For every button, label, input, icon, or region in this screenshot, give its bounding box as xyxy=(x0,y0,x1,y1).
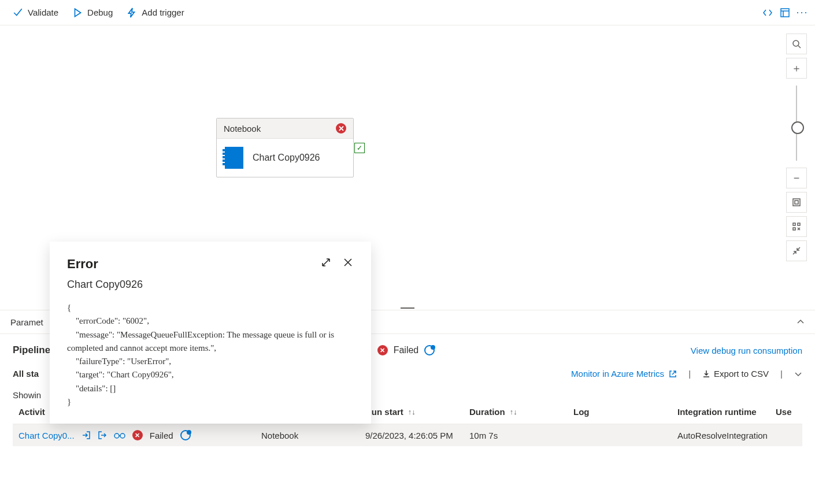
properties-icon[interactable] xyxy=(779,7,791,18)
export-csv-label: Export to CSV xyxy=(714,369,769,379)
svg-rect-2 xyxy=(793,199,800,206)
error-dialog-body: { "errorCode": "6002", "message": "Messa… xyxy=(67,301,354,409)
glasses-icon[interactable] xyxy=(114,431,125,439)
zoom-fit-button[interactable] xyxy=(786,192,807,213)
input-icon[interactable] xyxy=(82,431,91,440)
validate-label: Validate xyxy=(28,8,58,17)
col-integration[interactable]: Integration runtime xyxy=(677,407,776,417)
svg-point-1 xyxy=(793,40,799,46)
monitor-metrics-link[interactable]: Monitor in Azure Metrics xyxy=(571,369,677,379)
success-connector-icon[interactable]: ✓ xyxy=(354,143,365,153)
svg-point-8 xyxy=(120,433,125,438)
autolayout-button[interactable] xyxy=(786,216,807,237)
failed-icon: ✕ xyxy=(377,345,388,355)
col-run-start[interactable]: Run start↑↓ xyxy=(365,407,469,417)
row-integration: AutoResolveIntegration xyxy=(677,431,776,440)
svg-rect-6 xyxy=(793,228,795,230)
status-filter[interactable]: All sta xyxy=(13,369,39,379)
more-icon[interactable]: ··· xyxy=(797,7,808,18)
collapse-panel-icon[interactable] xyxy=(797,318,805,326)
toolbar: Validate Debug Add trigger ··· xyxy=(0,0,815,25)
row-comment-icon[interactable] xyxy=(180,430,191,440)
svg-point-7 xyxy=(114,433,119,438)
close-icon[interactable] xyxy=(342,257,354,268)
svg-rect-4 xyxy=(793,223,795,225)
pipeline-status-value: Failed xyxy=(394,345,419,355)
error-dialog-subtitle: Chart Copy0926 xyxy=(67,279,354,291)
notebook-icon xyxy=(225,147,243,169)
play-icon xyxy=(72,8,83,18)
row-type: Notebook xyxy=(261,431,365,440)
table-row[interactable]: Chart Copy0... ✕ Failed Notebook 9/26/20… xyxy=(13,424,802,446)
error-badge-icon: ✕ xyxy=(336,123,346,134)
download-icon xyxy=(702,370,710,378)
collapse-button[interactable] xyxy=(786,240,807,261)
columns-dropdown-icon[interactable] xyxy=(794,370,802,378)
col-log[interactable]: Log xyxy=(573,407,677,417)
activity-name-label: Chart Copy0926 xyxy=(253,153,320,163)
code-view-icon[interactable] xyxy=(762,7,773,18)
zoom-out-button[interactable]: − xyxy=(786,168,807,188)
row-run-start: 9/26/2023, 4:26:05 PM xyxy=(365,431,469,440)
add-trigger-label: Add trigger xyxy=(142,8,184,17)
debug-label: Debug xyxy=(87,8,113,17)
external-link-icon xyxy=(669,370,677,378)
activity-type-label: Notebook xyxy=(224,124,261,134)
svg-rect-0 xyxy=(781,9,789,17)
lightning-icon xyxy=(127,8,137,18)
error-dialog-title: Error xyxy=(67,257,98,272)
zoom-slider[interactable] xyxy=(796,86,797,161)
zoom-in-button[interactable]: ＋ xyxy=(786,58,807,79)
col-duration[interactable]: Duration↑↓ xyxy=(469,407,573,417)
output-icon[interactable] xyxy=(98,431,107,440)
debug-button[interactable]: Debug xyxy=(66,5,118,20)
search-canvas-button[interactable] xyxy=(786,34,807,54)
col-user[interactable]: Use xyxy=(776,407,815,417)
pipeline-run-label: Pipeline xyxy=(13,344,50,356)
export-csv-button[interactable]: Export to CSV xyxy=(702,369,769,379)
activity-name-link[interactable]: Chart Copy0... xyxy=(18,431,75,440)
row-duration: 10m 7s xyxy=(469,431,573,440)
view-debug-link[interactable]: View debug run consumption xyxy=(691,346,802,355)
expand-icon[interactable] xyxy=(320,257,332,268)
notebook-activity-node[interactable]: Notebook ✕ Chart Copy0926 ✓ xyxy=(216,118,354,177)
comment-icon[interactable] xyxy=(424,345,435,355)
check-icon xyxy=(13,8,23,18)
error-dialog: Error Chart Copy0926 { "errorCode": "600… xyxy=(50,242,371,424)
validate-button[interactable]: Validate xyxy=(7,5,64,20)
zoom-controls: ＋ − xyxy=(785,34,808,261)
tab-parameters[interactable]: Paramet xyxy=(10,317,43,327)
svg-rect-3 xyxy=(795,201,798,204)
row-status-label: Failed xyxy=(150,431,173,440)
row-failed-icon: ✕ xyxy=(132,430,143,440)
monitor-metrics-label: Monitor in Azure Metrics xyxy=(571,369,664,379)
svg-rect-5 xyxy=(798,223,800,225)
add-trigger-button[interactable]: Add trigger xyxy=(121,5,190,20)
